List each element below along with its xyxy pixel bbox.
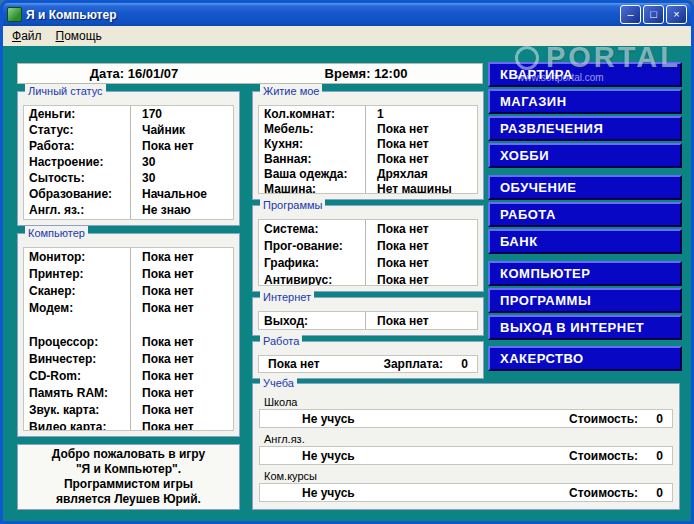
status-row: Работа:Пока нет bbox=[24, 138, 233, 154]
nav-button-internet[interactable]: ВЫХОД В ИНТЕРНЕТ bbox=[488, 315, 682, 340]
nav-button-apartment[interactable]: КВАРТИРА bbox=[488, 62, 682, 87]
status-row bbox=[24, 316, 233, 333]
field-label: Ваша одежда: bbox=[259, 167, 365, 181]
status-row: Кухня:Пока нет bbox=[259, 136, 477, 151]
field-value: Не знаю bbox=[130, 203, 191, 217]
cost-label: Стоимость: bbox=[569, 412, 638, 426]
field-label: Процессор: bbox=[24, 335, 130, 349]
menu-item-file[interactable]: Файл bbox=[5, 27, 49, 45]
group-title: Личный статус bbox=[25, 84, 106, 98]
field-label: Система: bbox=[259, 222, 365, 236]
study-bar: Не учусь Стоимость: 0 bbox=[259, 409, 673, 428]
field-label: Образование: bbox=[24, 187, 130, 201]
field-value: Начальное bbox=[130, 187, 207, 201]
study-bar: Не учусь Стоимость: 0 bbox=[259, 483, 673, 502]
status-row: Ванная:Пока нет bbox=[259, 151, 477, 166]
field-label: Машина: bbox=[259, 182, 365, 195]
nav-button-entertainment[interactable]: РАЗВЛЕЧЕНИЯ bbox=[488, 116, 682, 141]
work-group: Работа Пока нет Зарплата: 0 bbox=[252, 341, 484, 379]
salary-value: 0 bbox=[443, 357, 477, 371]
field-label: Память RAM: bbox=[24, 386, 130, 400]
internet-rows: Выход:Пока нет bbox=[258, 311, 478, 330]
app-window: Я и Компьютер – □ × Файл Помощь PORTAL w… bbox=[0, 0, 694, 524]
study-name: Ком.курсы bbox=[253, 468, 679, 483]
nav-button-education[interactable]: ОБУЧЕНИЕ bbox=[488, 175, 682, 200]
field-label: Англ. яз.: bbox=[24, 203, 130, 217]
field-value: Пока нет bbox=[130, 267, 194, 281]
field-label: CD-Rom: bbox=[24, 369, 130, 383]
cost-label: Стоимость: bbox=[569, 449, 638, 463]
nav-button-hacking[interactable]: ХАКЕРСТВО bbox=[488, 346, 682, 371]
group-title: Интернет bbox=[260, 290, 314, 304]
field-value: Пока нет bbox=[130, 352, 194, 366]
status-row: Сканер:Пока нет bbox=[24, 282, 233, 299]
minimize-button[interactable]: – bbox=[620, 5, 641, 24]
field-label: Сытость: bbox=[24, 171, 130, 185]
personal-status-group: Личный статус Деньги:170 Статус:Чайник Р… bbox=[17, 91, 240, 226]
status-row: Машина:Нет машины bbox=[259, 181, 477, 194]
study-name: Школа bbox=[253, 394, 679, 409]
field-label: Ванная: bbox=[259, 152, 365, 166]
study-status: Не учусь bbox=[302, 449, 355, 463]
maximize-button[interactable]: □ bbox=[643, 5, 664, 24]
study-bar: Не учусь Стоимость: 0 bbox=[259, 446, 673, 465]
nav-button-work[interactable]: РАБОТА bbox=[488, 202, 682, 227]
status-row: Деньги:170 bbox=[24, 106, 233, 122]
status-row: Модем:Пока нет bbox=[24, 299, 233, 316]
field-value: 30 bbox=[130, 155, 155, 169]
field-label: Деньги: bbox=[24, 107, 130, 121]
status-row: Память RAM:Пока нет bbox=[24, 384, 233, 401]
minimize-icon: – bbox=[627, 8, 633, 20]
life-group: Житие мое Кол.комнат:1 Мебель:Пока нет К… bbox=[252, 91, 484, 200]
study-item: Школа Не учусь Стоимость: 0 bbox=[253, 394, 679, 428]
status-row: Видео карта:Пока нет bbox=[24, 418, 233, 431]
group-title: Учеба bbox=[260, 376, 297, 390]
nav-button-computer[interactable]: КОМПЬЮТЕР bbox=[488, 261, 682, 286]
time-label: Время: 12:00 bbox=[250, 66, 482, 81]
cost-value: 0 bbox=[638, 449, 672, 463]
field-value: Пока нет bbox=[130, 250, 194, 264]
client-area: PORTAL www.softportal.com Дата: 16/01/07… bbox=[3, 46, 691, 521]
field-value: Пока нет bbox=[365, 222, 429, 236]
field-value: Дряхлая bbox=[365, 167, 428, 181]
study-status: Не учусь bbox=[302, 412, 355, 426]
field-value: Пока нет bbox=[130, 386, 194, 400]
maximize-icon: □ bbox=[650, 8, 657, 20]
status-row: Прог-ование:Пока нет bbox=[259, 237, 477, 254]
nav-button-hobby[interactable]: ХОББИ bbox=[488, 143, 682, 168]
computer-rows: Монитор:Пока нет Принтер:Пока нет Сканер… bbox=[23, 247, 234, 431]
menu-item-help[interactable]: Помощь bbox=[49, 27, 109, 45]
status-row: Статус:Чайник bbox=[24, 122, 233, 138]
date-time-bar: Дата: 16/01/07 Время: 12:00 bbox=[17, 63, 483, 84]
app-icon[interactable] bbox=[7, 7, 22, 22]
field-value: Пока нет bbox=[130, 284, 194, 298]
work-status: Пока нет bbox=[259, 357, 320, 371]
nav-button-bank[interactable]: БАНК bbox=[488, 229, 682, 254]
study-item: Ком.курсы Не учусь Стоимость: 0 bbox=[253, 468, 679, 502]
field-value: Пока нет bbox=[130, 335, 194, 349]
window-title: Я и Компьютер bbox=[26, 8, 618, 22]
titlebar[interactable]: Я и Компьютер – □ × bbox=[3, 3, 691, 26]
status-row: Кол.комнат:1 bbox=[259, 106, 477, 121]
field-label: Антивирус: bbox=[259, 273, 365, 287]
field-value: Пока нет bbox=[365, 122, 429, 136]
field-value: Пока нет bbox=[365, 314, 429, 328]
field-value: Пока нет bbox=[365, 273, 429, 287]
programs-rows: Система:Пока нет Прог-ование:Пока нет Гр… bbox=[258, 219, 478, 286]
status-row: Процессор:Пока нет bbox=[24, 333, 233, 350]
life-rows: Кол.комнат:1 Мебель:Пока нет Кухня:Пока … bbox=[258, 105, 478, 194]
close-button[interactable]: × bbox=[666, 5, 687, 24]
nav-button-shop[interactable]: МАГАЗИН bbox=[488, 89, 682, 114]
nav-button-programs[interactable]: ПРОГРАММЫ bbox=[488, 288, 682, 313]
field-label: Статус: bbox=[24, 123, 130, 137]
field-label: Кол.комнат: bbox=[259, 107, 365, 121]
field-label: Графика: bbox=[259, 256, 365, 270]
field-label: Видео карта: bbox=[24, 420, 130, 432]
cost-value: 0 bbox=[638, 412, 672, 426]
status-row: Настроение:30 bbox=[24, 154, 233, 170]
status-row: Образование:Начальное bbox=[24, 186, 233, 202]
status-row: Графика:Пока нет bbox=[259, 254, 477, 271]
welcome-message: Добро пожаловать в игру "Я и Компьютер".… bbox=[17, 444, 240, 510]
group-title: Житие мое bbox=[260, 84, 322, 98]
study-body: Школа Не учусь Стоимость: 0 Англ.яз. Не … bbox=[253, 394, 679, 509]
